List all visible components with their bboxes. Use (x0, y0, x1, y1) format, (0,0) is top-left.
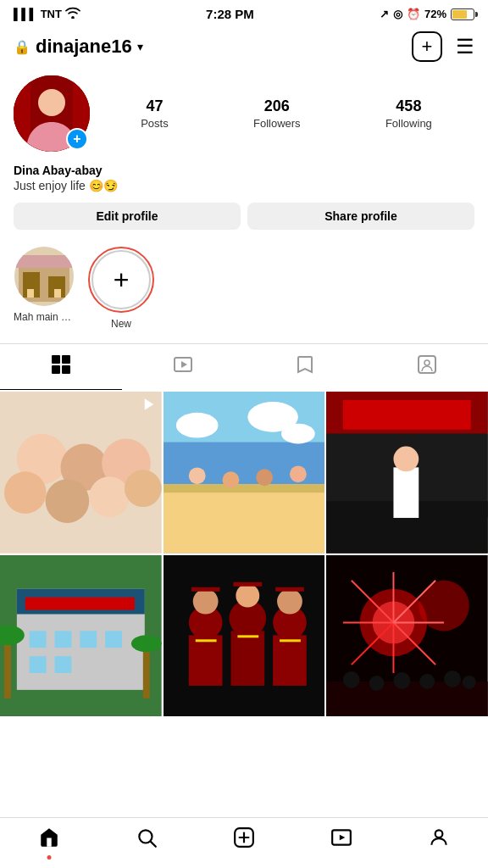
posts-label: Posts (141, 117, 169, 130)
battery-percent: 72% (424, 8, 446, 20)
grid-cell[interactable] (164, 392, 325, 554)
menu-button[interactable]: ☰ (456, 35, 474, 58)
grid-cell[interactable] (0, 392, 162, 554)
followers-stat[interactable]: 206 Followers (253, 97, 301, 131)
nav-create[interactable] (233, 826, 255, 854)
bio-text: Just enjoy life 😊😏 (14, 179, 474, 192)
svg-marker-30 (144, 398, 153, 410)
svg-rect-12 (14, 255, 74, 268)
action-buttons: Edit profile Share profile (0, 203, 488, 243)
nav-home[interactable] (38, 826, 60, 854)
svg-rect-14 (62, 355, 70, 364)
svg-rect-54 (80, 631, 97, 648)
nav-reels[interactable] (330, 826, 352, 854)
new-story-plus-icon: + (114, 264, 130, 296)
svg-point-69 (277, 588, 302, 614)
plus-icon: + (422, 36, 433, 58)
profile-section: + 47 Posts 206 Followers 458 Following (0, 70, 488, 160)
posts-stat[interactable]: 47 Posts (141, 97, 169, 131)
svg-point-94 (394, 672, 411, 689)
svg-point-5 (38, 89, 65, 116)
following-label: Following (385, 117, 432, 130)
bio-section: Dina Abay-abay Just enjoy life 😊😏 (0, 160, 488, 203)
svg-point-105 (435, 830, 443, 837)
display-name: Dina Abay-abay (14, 164, 474, 177)
svg-rect-73 (188, 635, 222, 686)
wifi-icon (65, 7, 80, 21)
svg-rect-74 (230, 631, 264, 686)
svg-rect-61 (143, 648, 150, 698)
username-row[interactable]: 🔒 dinajane16 ▾ (14, 36, 143, 58)
tagged-icon (417, 354, 437, 380)
content-tabs (0, 343, 488, 390)
nav-reels-icon (330, 826, 352, 854)
svg-point-37 (281, 424, 315, 444)
svg-point-93 (369, 676, 385, 691)
following-stat[interactable]: 458 Following (385, 97, 432, 131)
location-icon: ↗ (380, 8, 389, 20)
svg-point-38 (188, 467, 205, 484)
svg-rect-76 (195, 639, 216, 642)
posts-count: 47 (141, 97, 169, 115)
svg-rect-56 (30, 656, 47, 673)
svg-rect-78 (280, 639, 301, 642)
avatar-container: + (14, 75, 90, 152)
nav-search[interactable] (136, 826, 158, 854)
svg-rect-70 (191, 587, 219, 591)
svg-rect-59 (4, 639, 11, 698)
share-profile-button[interactable]: Share profile (247, 203, 474, 230)
tab-reels[interactable] (122, 344, 244, 390)
story-highlight-label: Mah main b... (14, 311, 75, 323)
svg-point-92 (343, 671, 360, 688)
tab-tagged[interactable] (366, 344, 488, 390)
grid-cell[interactable] (326, 555, 488, 717)
svg-marker-104 (340, 835, 346, 841)
bookmark-icon (295, 354, 315, 380)
new-post-button[interactable]: + (412, 31, 442, 62)
story-highlight-circle (14, 247, 74, 306)
tab-saved[interactable] (244, 344, 366, 390)
svg-rect-19 (419, 356, 435, 373)
tab-grid[interactable] (0, 344, 122, 390)
svg-rect-71 (233, 581, 262, 586)
stories-row: Mah main b... + New (0, 243, 488, 343)
bottom-nav (0, 817, 488, 868)
svg-point-95 (420, 674, 435, 689)
svg-rect-57 (55, 656, 72, 673)
story-highlight-item[interactable]: Mah main b... (14, 247, 75, 330)
svg-rect-47 (394, 467, 419, 518)
svg-rect-15 (52, 365, 60, 374)
reel-indicator (141, 397, 157, 415)
new-story-label: New (111, 318, 131, 330)
grid-cell[interactable] (164, 555, 325, 717)
svg-point-39 (222, 471, 239, 488)
new-story-item[interactable]: + New (88, 247, 154, 330)
svg-point-65 (192, 588, 218, 614)
target-icon: ◎ (393, 8, 402, 20)
svg-rect-75 (273, 635, 307, 686)
battery-icon (451, 8, 474, 20)
grid-cell[interactable] (0, 555, 162, 717)
username-label: dinajane16 (36, 36, 132, 58)
svg-marker-18 (181, 361, 187, 368)
signal-icon: ▌▌▌ (14, 8, 37, 20)
svg-rect-77 (237, 635, 258, 637)
svg-rect-11 (54, 289, 61, 298)
header-actions: + ☰ (412, 31, 474, 62)
avatar-add-button[interactable]: + (66, 128, 88, 150)
following-count: 458 (385, 97, 432, 115)
svg-rect-29 (0, 392, 162, 554)
grid-cell[interactable] (326, 392, 488, 554)
new-story-circle: + (92, 250, 151, 309)
svg-rect-13 (52, 355, 60, 364)
svg-rect-45 (343, 400, 471, 430)
svg-point-67 (236, 583, 259, 607)
edit-profile-button[interactable]: Edit profile (14, 203, 241, 230)
svg-rect-53 (55, 631, 72, 648)
create-icon (233, 826, 255, 854)
photo-grid (0, 392, 488, 716)
carrier-label: TNT (41, 8, 62, 20)
hamburger-icon: ☰ (456, 35, 474, 58)
nav-profile[interactable] (428, 826, 450, 854)
svg-rect-72 (275, 587, 304, 591)
